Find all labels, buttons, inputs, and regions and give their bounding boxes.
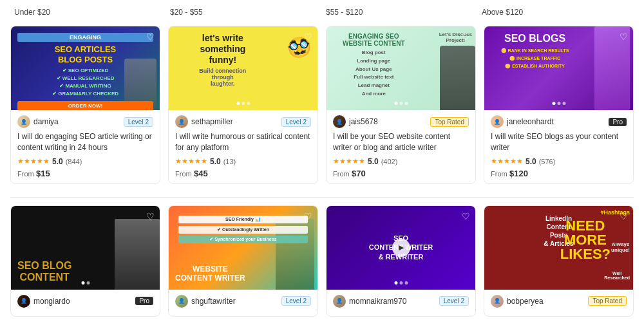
gig-card-sethapmiller[interactable]: let's writesomethingfunny! Build connect… (168, 26, 318, 184)
price-range-above120: Above $120 (478, 8, 634, 21)
card-3-heart[interactable]: ♡ (462, 32, 470, 42)
card-6-avatar: 👤 (175, 295, 188, 308)
price-range-under20: Under $20 (10, 8, 166, 21)
card-3-seller-row: 👤 jais5678 Top Rated (333, 115, 469, 128)
card-7-info: 👤 momnaikram970 Level 2 (327, 290, 475, 316)
card-4-main-title: SEO BLOGS (491, 33, 579, 44)
card-7-image: SEOCONTENT WRITER& REWRITER ▶ ♡ (327, 206, 475, 290)
card-2-score: 5.0 (210, 157, 221, 166)
card-8-researched: WellResearched (604, 271, 630, 280)
card-1-heart[interactable]: ♡ (146, 32, 155, 42)
card-1-rating: ★★★★★ 5.0 (844) (17, 157, 153, 166)
card-3-seller-name: jais5678 (349, 117, 378, 126)
card-4-bullets: 🟡 RANK IN SEARCH RESULTS 🟡 INCREASE TRAF… (491, 47, 579, 70)
card-6-seller-left: 👤 shguftawriter (175, 295, 236, 308)
card-1-from: From (17, 170, 34, 178)
card-5-avatar: 👤 (17, 295, 30, 308)
card-2-info: 👤 sethapmiller Level 2 I will write humo… (169, 110, 317, 183)
card-2-seller-row: 👤 sethapmiller Level 2 (175, 115, 311, 128)
card-1-info: 👤 damiya Level 2 I will do engaging SEO … (11, 110, 160, 183)
card-1-image: Engaging SEO ARTICLESBLOG POSTS ✔ SEO OP… (11, 26, 160, 110)
card-8-avatar: 👤 (491, 295, 504, 308)
card-4-price-value: $120 (509, 169, 528, 178)
cards-row-1: Engaging SEO ARTICLESBLOG POSTS ✔ SEO OP… (10, 26, 634, 184)
card-3-info: 👤 jais5678 Top Rated I will be your SEO … (327, 110, 475, 183)
card-8-info: 👤 bobperyea Top Rated (484, 290, 633, 316)
card-8-heart[interactable]: ♡ (620, 211, 628, 221)
card-8-need-more: NEEDMORELIKES? (560, 219, 611, 261)
card-6-heart[interactable]: ♡ (304, 211, 312, 221)
card-7-heart[interactable]: ♡ (462, 211, 470, 221)
card-5-heart[interactable]: ♡ (146, 211, 155, 221)
card-4-info: 👤 janeleonhardt Pro I will write SEO blo… (484, 110, 633, 183)
card-4-rating: ★★★★★ 5.0 (576) (491, 157, 627, 166)
card-3-price-value: $70 (352, 169, 366, 178)
card-4-price: From $120 (491, 169, 627, 178)
cards-row-2: SEO BLOGCONTENT ♡ 👤 mongiardo Pro SEO Fr… (10, 205, 634, 317)
card-2-stars: ★★★★★ (175, 157, 207, 165)
card-1-seller-name: damiya (33, 117, 59, 126)
price-range-55-120: $55 - $120 (322, 8, 478, 21)
card-2-heart[interactable]: ♡ (304, 32, 312, 42)
card-7-play[interactable]: ▶ (392, 239, 410, 257)
card-2-from: From (175, 170, 192, 178)
card-5-image: SEO BLOGCONTENT ♡ (11, 206, 160, 290)
price-range-20-55: $20 - $55 (166, 8, 322, 21)
card-1-price-value: $15 (36, 169, 50, 178)
card-5-person (115, 219, 160, 290)
row-divider (10, 197, 634, 198)
card-7-seller-name: momnaikram970 (349, 297, 406, 306)
card-2-sub: Build connectionthroughlaughter. (175, 68, 270, 87)
gig-card-jais5678[interactable]: ENGAGING SEOWEBSITE CONTENT Blog postLan… (326, 26, 476, 184)
card-1-bullets: ✔ SEO OPTIMIZED✔ WELL RESEARCHED✔ MANUAL… (17, 67, 153, 98)
card-6-main-title: WEBSITECONTENT WRITER (175, 265, 245, 283)
card-6-seller-name: shguftawriter (191, 297, 236, 306)
gig-card-mongiardo[interactable]: SEO BLOGCONTENT ♡ 👤 mongiardo Pro (10, 205, 160, 317)
card-2-badge: Level 2 (281, 117, 311, 127)
card-4-from: From (491, 170, 507, 178)
card-3-stars: ★★★★★ (333, 157, 365, 165)
card-1-badge: Level 2 (124, 117, 153, 127)
card-6-tag2: ✔ Outstandingly Written (178, 226, 308, 234)
card-2-seller-left: 👤 sethapmiller (175, 115, 233, 128)
card-5-badge: Pro (135, 297, 153, 305)
card-3-avatar: 👤 (333, 115, 346, 128)
card-3-image: ENGAGING SEOWEBSITE CONTENT Blog postLan… (327, 26, 475, 110)
gig-card-shguftawriter[interactable]: SEO Friendly 📊 ✔ Outstandingly Written ✔… (168, 205, 318, 317)
card-5-dots (81, 281, 90, 285)
card-6-image: SEO Friendly 📊 ✔ Outstandingly Written ✔… (169, 206, 317, 290)
card-1-price: From $15 (17, 169, 153, 178)
card-7-badge: Level 2 (439, 296, 469, 306)
card-4-heart[interactable]: ♡ (620, 32, 628, 42)
card-4-seller-row: 👤 janeleonhardt Pro (491, 115, 627, 128)
card-4-dots (552, 102, 565, 105)
card-4-avatar: 👤 (491, 115, 504, 128)
card-5-info: 👤 mongiardo Pro (11, 290, 160, 316)
card-4-image: SEO BLOGS 🟡 RANK IN SEARCH RESULTS 🟡 INC… (484, 26, 633, 110)
gig-card-damiya[interactable]: Engaging SEO ARTICLESBLOG POSTS ✔ SEO OP… (10, 26, 160, 184)
card-4-gig-title: I will write SEO blogs as your content w… (491, 131, 627, 153)
card-2-price-value: $45 (194, 169, 208, 178)
card-3-badge: Top Rated (430, 117, 469, 127)
card-6-tag3: ✔ Synchronized your Business (178, 236, 308, 243)
card-3-dots (394, 102, 408, 105)
card-2-price: From $45 (175, 169, 311, 178)
card-6-info: 👤 shguftawriter Level 2 (169, 290, 317, 316)
card-2-title: let's writesomethingfunny! (175, 33, 270, 65)
card-3-from: From (333, 170, 350, 178)
gig-card-momnaikram970[interactable]: SEOCONTENT WRITER& REWRITER ▶ ♡ 👤 momnai… (326, 205, 476, 317)
gig-card-bobperyea[interactable]: LinkedInContentPosts& Articles #Hashtags… (484, 205, 634, 317)
gig-card-janeleonhardt[interactable]: SEO BLOGS 🟡 RANK IN SEARCH RESULTS 🟡 INC… (484, 26, 634, 184)
card-7-avatar: 👤 (333, 295, 346, 308)
card-1-stars: ★★★★★ (17, 157, 50, 165)
card-1-tag: Engaging (17, 33, 153, 42)
card-1-score: 5.0 (52, 157, 63, 166)
card-4-stars: ★★★★★ (491, 157, 523, 165)
card-3-main-title: ENGAGING SEOWEBSITE CONTENT (333, 33, 415, 47)
card-2-avatar: 👤 (175, 115, 188, 128)
card-3-gig-title: I will be your SEO website content write… (333, 131, 469, 153)
card-4-seller-left: 👤 janeleonhardt (491, 115, 554, 128)
card-7-dots (394, 281, 408, 285)
card-1-seller-left: 👤 damiya (17, 115, 59, 128)
card-1-avatar: 👤 (17, 115, 30, 128)
